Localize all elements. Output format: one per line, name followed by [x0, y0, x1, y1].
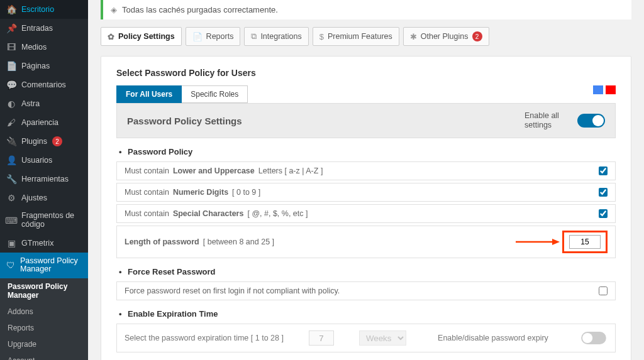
sliders-icon: ⚙: [6, 193, 16, 203]
policy-card: Select Password Policy for Users For All…: [101, 56, 631, 360]
policy-text-special: Must contain Special Characters [ @, #, …: [125, 209, 599, 218]
notice-text: Todas las cachés purgadas correctamente.: [122, 5, 278, 14]
section-header-password-policy: Password Policy Settings Enable all sett…: [116, 103, 616, 138]
star-icon: ✱: [410, 32, 417, 41]
doc-icon[interactable]: [593, 85, 603, 94]
annotation-arrow-icon: [516, 237, 560, 247]
policy-check-special[interactable]: [599, 209, 608, 218]
policy-row-length: Length of password [ between 8 and 25 ]: [116, 226, 616, 258]
submenu-addons[interactable]: Addons: [0, 303, 88, 320]
expiration-label: Select the password expiration time [ 1 …: [125, 334, 284, 342]
svg-marker-1: [552, 239, 560, 245]
force-reset-text: Force password reset on first login if n…: [125, 286, 340, 295]
password-policy-section: Password Policy Must contain Lower and U…: [116, 147, 616, 258]
force-reset-check[interactable]: [599, 286, 608, 295]
section-title: Password Policy Settings: [127, 116, 242, 126]
page-icon: 📄: [6, 61, 16, 71]
pin-icon: 📌: [6, 23, 16, 33]
enable-all-toggle[interactable]: [577, 114, 605, 128]
plugins-badge: 2: [52, 136, 62, 146]
sidebar-item-medios[interactable]: 🎞Medios: [0, 38, 88, 57]
policy-check-numeric[interactable]: [599, 188, 608, 197]
sidebar-item-password-policy[interactable]: 🛡Password Policy Manager: [0, 253, 88, 279]
plugin-tabs: ✿Policy Settings 📄Reports ⧉Integrations …: [101, 27, 631, 46]
tab-integrations[interactable]: ⧉Integrations: [244, 27, 308, 46]
success-notice: ◈ Todas las cachés purgadas correctament…: [101, 0, 631, 19]
sidebar-item-apariencia[interactable]: 🖌Apariencia: [0, 113, 88, 132]
comment-icon: 💬: [6, 80, 16, 90]
admin-sidebar: 🏠Escritorio 📌Entradas 🎞Medios 📄Páginas 💬…: [0, 0, 88, 360]
sidebar-item-comentarios[interactable]: 💬Comentarios: [0, 75, 88, 94]
gear-icon: ✿: [108, 32, 114, 41]
password-policy-title: Password Policy: [128, 147, 616, 156]
dashboard-icon: 🏠: [6, 4, 16, 14]
tab-other-plugins[interactable]: ✱Other Plugins2: [403, 27, 489, 46]
astra-icon: ◐: [6, 99, 16, 109]
expiration-toggle[interactable]: [581, 332, 606, 344]
expiration-section: Enable Expiration Time Select the passwo…: [116, 309, 616, 352]
length-highlight-box: [562, 231, 608, 253]
submenu-upgrade[interactable]: Upgrade: [0, 336, 88, 352]
sidebar-item-entradas[interactable]: 📌Entradas: [0, 19, 88, 38]
policy-row-special: Must contain Special Characters [ @, #, …: [116, 204, 616, 223]
password-length-input[interactable]: [569, 235, 601, 249]
main-content: ◈ Todas las cachés purgadas correctament…: [88, 0, 644, 360]
sidebar-item-astra[interactable]: ◐Astra: [0, 94, 88, 113]
expiration-row: Select the password expiration time [ 1 …: [116, 324, 616, 352]
submenu-ppm[interactable]: Password Policy Manager: [0, 278, 88, 303]
expiration-number-input[interactable]: [309, 330, 334, 346]
card-title: Select Password Policy for Users: [116, 68, 616, 78]
submenu-reports[interactable]: Reports: [0, 320, 88, 336]
force-reset-title: Force Reset Password: [128, 267, 616, 276]
brush-icon: 🖌: [6, 117, 16, 128]
user-role-tabs: For All Users Specific Roles: [116, 85, 616, 103]
other-plugins-badge: 2: [472, 31, 482, 41]
user-tab-all[interactable]: For All Users: [116, 85, 182, 103]
sidebar-item-usuarios[interactable]: 👤Usuarios: [0, 151, 88, 170]
sidebar-item-escritorio[interactable]: 🏠Escritorio: [0, 0, 88, 19]
sidebar-item-paginas[interactable]: 📄Páginas: [0, 57, 88, 75]
youtube-icon[interactable]: [606, 85, 616, 94]
expiration-title: Enable Expiration Time: [128, 309, 616, 319]
shield-icon: 🛡: [6, 260, 15, 270]
tab-policy-settings[interactable]: ✿Policy Settings: [101, 27, 182, 46]
submenu-account[interactable]: Account: [0, 352, 88, 360]
wrench-icon: 🔧: [6, 174, 16, 184]
tab-reports[interactable]: 📄Reports: [186, 27, 241, 46]
policy-text-lowerupper: Must contain Lower and Uppercase Letters…: [125, 166, 599, 175]
integrations-icon: ⧉: [251, 31, 257, 41]
plug-icon: 🔌: [6, 136, 16, 146]
code-icon: ⌨: [6, 215, 16, 226]
enable-all-label: Enable all settings: [525, 111, 569, 130]
sidebar-item-gtmetrix[interactable]: ▣GTmetrix: [0, 234, 88, 253]
force-reset-row: Force password reset on first login if n…: [116, 281, 616, 300]
policy-row-numeric: Must contain Numeric Digits [ 0 to 9 ]: [116, 183, 616, 202]
policy-row-lowerupper: Must contain Lower and Uppercase Letters…: [116, 161, 616, 180]
force-reset-section: Force Reset Password Force password rese…: [116, 267, 616, 300]
sidebar-item-plugins[interactable]: 🔌Plugins2: [0, 132, 88, 151]
dollar-icon: $: [319, 32, 324, 41]
gtmetrix-icon: ▣: [6, 238, 16, 248]
user-tab-roles[interactable]: Specific Roles: [182, 85, 248, 103]
sidebar-item-herramientas[interactable]: 🔧Herramientas: [0, 170, 88, 188]
policy-text-numeric: Must contain Numeric Digits [ 0 to 9 ]: [125, 188, 599, 197]
sidebar-item-ajustes[interactable]: ⚙Ajustes: [0, 188, 88, 207]
expiration-enable-label: Enable/disable password expiry: [438, 334, 548, 342]
tab-premium[interactable]: $Premium Features: [313, 27, 399, 46]
user-icon: 👤: [6, 155, 16, 165]
policy-text-length: Length of password [ between 8 and 25 ]: [125, 237, 516, 246]
diamond-icon: ◈: [111, 5, 117, 14]
media-icon: 🎞: [6, 42, 16, 52]
expiration-unit-select[interactable]: Weeks: [359, 330, 406, 346]
sidebar-item-fragmentos[interactable]: ⌨Fragmentos de código: [0, 207, 88, 234]
policy-check-lowerupper[interactable]: [599, 166, 608, 175]
sidebar-submenu: Password Policy Manager Addons Reports U…: [0, 278, 88, 360]
report-icon: 📄: [192, 32, 203, 41]
